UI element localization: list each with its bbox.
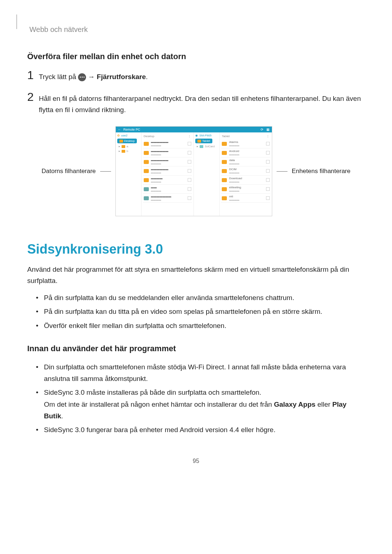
back-icon: ←: [118, 128, 121, 131]
feature-item: Överför enkelt filer mellan din surfplat…: [36, 320, 365, 332]
left-tree-item: ▸a: [119, 145, 140, 148]
right-tree-header: ◉SM-P905: [195, 134, 218, 137]
more-options-icon: [78, 73, 86, 81]
image-icon: [144, 196, 149, 200]
step2-text: Håll en fil på datorns filhanterarpanel …: [39, 91, 365, 115]
list-item: ▬▬▬▬▬▬▬▬▬▬: [143, 157, 192, 167]
more-icon: ⋮: [188, 135, 191, 138]
prereq-list: Din surfplatta och smarttelefonen måste …: [27, 361, 365, 436]
list-item: ▬▬▬▬▬▬▬▬▬▬: [143, 139, 192, 148]
folder-icon: [144, 178, 149, 182]
folder-icon: [222, 151, 227, 155]
feature-list: På din surfplatta kan du se meddelanden …: [27, 292, 365, 332]
feature-item: På din surfplatta kan du titta på en vid…: [36, 306, 365, 317]
callout-line: [100, 171, 111, 172]
right-list-header: Tablet: [222, 135, 229, 138]
left-list-header: Desktop: [144, 135, 154, 138]
list-item: Download▬▬▬▬: [221, 176, 270, 185]
folder-icon: [222, 142, 227, 146]
step1-target: Fjärrutforskare: [97, 73, 146, 81]
page-number: 95: [27, 458, 365, 464]
folder-icon: [144, 160, 149, 164]
step1-period: .: [146, 73, 148, 81]
right-pane: ◉SM-P905 Tablet ▸SdCard Tablet⋮ Alarms▬▬…: [194, 132, 272, 216]
list-item: ▬▬▬▬▬▬▬▬▬▬: [143, 167, 192, 176]
list-item: Alarms▬▬▬▬: [221, 139, 270, 148]
left-tree-header: ✿use2: [117, 134, 140, 137]
step-number: 1: [27, 69, 39, 81]
right-tree-item: ▸SdCard: [197, 145, 218, 148]
titlebar: ← Remote PC ⟳ ▦: [116, 127, 272, 132]
callout-left-label: Datorns filhanterare: [42, 168, 96, 175]
section-intro: Använd det här programmet för att styra …: [27, 264, 365, 286]
step-number: 2: [27, 91, 39, 103]
subheading-transfer: Överföra filer mellan din enhet och dato…: [27, 52, 365, 61]
prereq-item: Din surfplatta och smarttelefonen måste …: [36, 361, 365, 385]
right-tree-badge: Tablet: [195, 139, 212, 143]
callout-line: [277, 171, 287, 172]
list-item: Android▬▬▬▬: [221, 148, 270, 157]
feature-item: På din surfplatta kan du se meddelanden …: [36, 292, 365, 304]
folder-icon: [222, 169, 227, 173]
list-item: ▬▬▬▬▬▬▬▬▬▬▬: [143, 194, 192, 203]
refresh-icon: ⟳: [261, 128, 264, 131]
list-item: mtl▬▬▬▬: [221, 194, 270, 203]
subheading-before-use: Innan du använder det här programmet: [27, 344, 365, 353]
left-pane: ✿use2 Desktop ▸a ▸b Desktop⋮ ▬▬▬▬▬▬▬▬▬▬ …: [116, 132, 194, 216]
folder-icon: [222, 178, 227, 182]
list-item: ▬▬▬▬▬▬: [143, 185, 192, 194]
step1-arrow: →: [88, 73, 95, 81]
prereq-item: SideSync 3.0 fungerar bara på enheter me…: [36, 424, 365, 436]
left-tree-item: ▸b: [119, 149, 140, 153]
callout-right-label: Enhetens filhanterare: [292, 168, 351, 175]
gear-icon: ✿: [117, 134, 120, 137]
grid-icon: ▦: [266, 128, 270, 131]
folder-icon: [144, 169, 149, 173]
prereq-item: SideSync 3.0 måste installeras på både d…: [36, 387, 365, 422]
folder-icon: [222, 187, 227, 191]
device-icon: ◉: [195, 134, 198, 137]
file-manager-screenshot: ← Remote PC ⟳ ▦ ✿use2 Desktop ▸a ▸b: [115, 126, 272, 216]
step-1: 1 Tryck lätt på → Fjärrutforskare.: [27, 69, 365, 82]
list-item: ▬▬▬▬▬▬▬▬: [143, 176, 192, 185]
chapter-title: Webb och nätverk: [29, 25, 365, 34]
step-2: 2 Håll en fil på datorns filhanterarpane…: [27, 91, 365, 115]
section-heading: Sidsynkronisering 3.0: [27, 242, 365, 257]
folder-icon: [144, 151, 149, 155]
more-icon: ⋮: [266, 135, 270, 138]
screenshot-annotation: Datorns filhanterare ← Remote PC ⟳ ▦ ✿us…: [27, 126, 365, 216]
file-icon: [144, 187, 149, 191]
list-item: data▬▬▬▬: [221, 157, 270, 167]
folder-icon: [222, 160, 227, 164]
left-tree-badge: Desktop: [117, 139, 137, 143]
step1-pre: Tryck lätt på: [39, 73, 78, 81]
list-item: eMeeting▬▬▬▬: [221, 185, 270, 194]
sdcard-icon: [200, 145, 203, 148]
list-item: DCIM▬▬▬▬: [221, 167, 270, 176]
window-title: Remote PC: [123, 128, 140, 131]
folder-icon: [144, 142, 149, 146]
list-item: ▬▬▬▬▬▬▬▬▬▬: [143, 148, 192, 157]
folder-icon: [222, 196, 227, 200]
